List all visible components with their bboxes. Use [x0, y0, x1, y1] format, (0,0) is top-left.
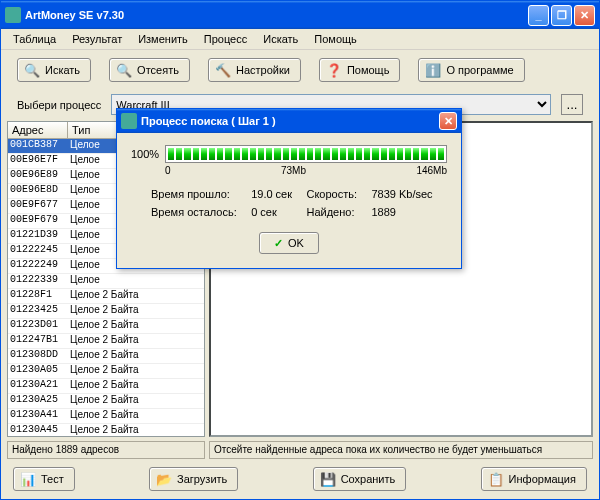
progress-segment	[283, 148, 289, 160]
cell-address: 01221D39	[8, 229, 68, 243]
ok-button[interactable]: ✓OK	[259, 232, 319, 254]
titlebar[interactable]: ArtMoney SE v7.30 _ ❐ ✕	[1, 1, 599, 29]
elapsed-value: 19.0 сек	[251, 188, 300, 200]
progress-wrap: 100%	[131, 145, 447, 163]
cell-type: Целое	[68, 274, 204, 288]
disk-icon: 💾	[320, 471, 336, 487]
progress-segment	[201, 148, 207, 160]
about-button[interactable]: ℹ️О программе	[418, 58, 524, 82]
cell-address: 01223D01	[8, 319, 68, 333]
progress-percent: 100%	[131, 148, 159, 160]
progress-segment	[340, 148, 346, 160]
table-row[interactable]: 01223425Целое 2 Байта	[8, 304, 204, 319]
elapsed-label: Время прошло:	[151, 188, 245, 200]
col-address[interactable]: Адрес	[8, 122, 68, 138]
table-row[interactable]: 01228F1Целое 2 Байта	[8, 289, 204, 304]
table-row[interactable]: 01230A41Целое 2 Байта	[8, 409, 204, 424]
cell-type: Целое 2 Байта	[68, 349, 204, 363]
save-button[interactable]: 💾Сохранить	[313, 467, 407, 491]
progress-segment	[381, 148, 387, 160]
dialog-titlebar[interactable]: Процесс поиска ( Шаг 1 ) ✕	[117, 109, 461, 133]
filter-button[interactable]: 🔍Отсеять	[109, 58, 190, 82]
maximize-button[interactable]: ❐	[551, 5, 572, 26]
table-row[interactable]: 01223D01Целое 2 Байта	[8, 319, 204, 334]
load-button[interactable]: 📂Загрузить	[149, 467, 238, 491]
menu-result[interactable]: Результат	[64, 31, 130, 47]
cell-address: 01222339	[8, 274, 68, 288]
table-row[interactable]: 01230A05Целое 2 Байта	[8, 364, 204, 379]
test-button[interactable]: 📊Тест	[13, 467, 75, 491]
progress-segment	[299, 148, 305, 160]
info-icon: ℹ️	[425, 62, 441, 78]
search-button[interactable]: 🔍Искать	[17, 58, 91, 82]
cell-address: 001CB387	[8, 139, 68, 153]
progress-segment	[364, 148, 370, 160]
progress-segment	[421, 148, 427, 160]
table-row[interactable]: 012308DDЦелое 2 Байта	[8, 349, 204, 364]
cell-type: Целое 2 Байта	[68, 409, 204, 423]
dialog-title: Процесс поиска ( Шаг 1 )	[141, 115, 437, 127]
process-browse-button[interactable]: ...	[561, 94, 583, 115]
minimize-button[interactable]: _	[528, 5, 549, 26]
dialog-body: 100% 0 73Mb 146Mb Время прошло: 19.0 сек…	[117, 133, 461, 268]
dialog-close-button[interactable]: ✕	[439, 112, 457, 130]
help-button[interactable]: ❓Помощь	[319, 58, 401, 82]
progress-segment	[168, 148, 174, 160]
table-row[interactable]: 01230A25Целое 2 Байта	[8, 394, 204, 409]
found-value: 1889	[371, 206, 441, 218]
speed-label: Скорость:	[306, 188, 365, 200]
table-row[interactable]: 012247B1Целое 2 Байта	[8, 334, 204, 349]
test-icon: 📊	[20, 471, 36, 487]
progress-segment	[234, 148, 240, 160]
dialog-buttons: ✓OK	[131, 222, 447, 258]
progress-segment	[209, 148, 215, 160]
cell-type: Целое 2 Байта	[68, 424, 204, 436]
cell-address: 01222249	[8, 259, 68, 273]
table-row[interactable]: 01222339Целое	[8, 274, 204, 289]
hammer-icon: 🔨	[215, 62, 231, 78]
app-icon	[5, 7, 21, 23]
progress-segment	[372, 148, 378, 160]
help-icon: ❓	[326, 62, 342, 78]
info-button[interactable]: 📋Информация	[481, 467, 587, 491]
progress-segment	[405, 148, 411, 160]
table-row[interactable]: 01230A45Целое 2 Байта	[8, 424, 204, 436]
cell-address: 00E96E7F	[8, 154, 68, 168]
menu-table[interactable]: Таблица	[5, 31, 64, 47]
check-icon: ✓	[274, 237, 283, 250]
cell-address: 00E96E8D	[8, 184, 68, 198]
menu-help[interactable]: Помощь	[306, 31, 365, 47]
progress-dialog: Процесс поиска ( Шаг 1 ) ✕ 100% 0 73Mb 1…	[116, 108, 462, 269]
progress-segment	[307, 148, 313, 160]
progress-segment	[315, 148, 321, 160]
cell-address: 00E96E89	[8, 169, 68, 183]
progress-segment	[184, 148, 190, 160]
scale-mid: 73Mb	[281, 165, 306, 176]
cell-type: Целое 2 Байта	[68, 289, 204, 303]
close-button[interactable]: ✕	[574, 5, 595, 26]
cell-address: 012247B1	[8, 334, 68, 348]
progress-segment	[250, 148, 256, 160]
cell-type: Целое 2 Байта	[68, 364, 204, 378]
settings-button[interactable]: 🔨Настройки	[208, 58, 301, 82]
clipboard-icon: 📋	[488, 471, 504, 487]
progress-segment	[193, 148, 199, 160]
toolbar: 🔍Искать 🔍Отсеять 🔨Настройки ❓Помощь ℹ️О …	[1, 50, 599, 90]
menu-process[interactable]: Процесс	[196, 31, 255, 47]
status-hint: Отсейте найденные адреса пока их количес…	[209, 441, 593, 459]
menu-edit[interactable]: Изменить	[130, 31, 196, 47]
progress-scale: 0 73Mb 146Mb	[131, 163, 447, 184]
cell-type: Целое 2 Байта	[68, 304, 204, 318]
progress-segment	[413, 148, 419, 160]
progress-segment	[323, 148, 329, 160]
progress-segment	[266, 148, 272, 160]
progress-segment	[389, 148, 395, 160]
progress-segment	[242, 148, 248, 160]
cell-address: 01230A21	[8, 379, 68, 393]
menu-search[interactable]: Искать	[255, 31, 306, 47]
progress-segment	[274, 148, 280, 160]
cell-type: Целое 2 Байта	[68, 319, 204, 333]
table-row[interactable]: 01230A21Целое 2 Байта	[8, 379, 204, 394]
cell-type: Целое 2 Байта	[68, 379, 204, 393]
progress-segment	[258, 148, 264, 160]
